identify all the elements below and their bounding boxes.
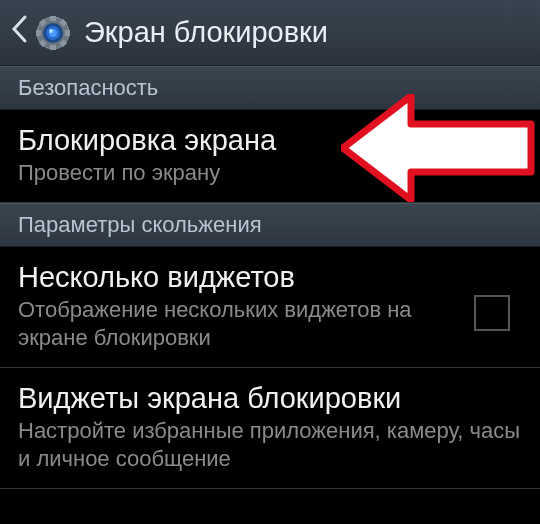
item-subtitle: Отображение нескольких виджетов на экран… [18, 296, 522, 353]
item-title: Блокировка экрана [18, 124, 522, 157]
item-multiple-widgets[interactable]: Несколько виджетов Отображение нескольки… [0, 247, 540, 368]
item-title: Виджеты экрана блокировки [18, 382, 522, 415]
svg-point-4 [49, 29, 53, 33]
app-header: Экран блокировки [0, 0, 540, 66]
back-icon[interactable] [10, 14, 28, 52]
page-title: Экран блокировки [84, 16, 328, 49]
section-header-slide-params: Параметры скольжения [0, 203, 540, 247]
item-subtitle: Провести по экрану [18, 159, 522, 188]
settings-gear-icon [32, 12, 74, 54]
item-title: Несколько виджетов [18, 261, 522, 294]
checkbox-multiple-widgets[interactable] [474, 295, 510, 331]
item-screen-lock[interactable]: Блокировка экрана Провести по экрану [0, 110, 540, 203]
item-lock-screen-widgets[interactable]: Виджеты экрана блокировки Настройте избр… [0, 368, 540, 489]
section-header-security: Безопасность [0, 66, 540, 110]
item-subtitle: Настройте избранные приложения, камеру, … [18, 417, 522, 474]
